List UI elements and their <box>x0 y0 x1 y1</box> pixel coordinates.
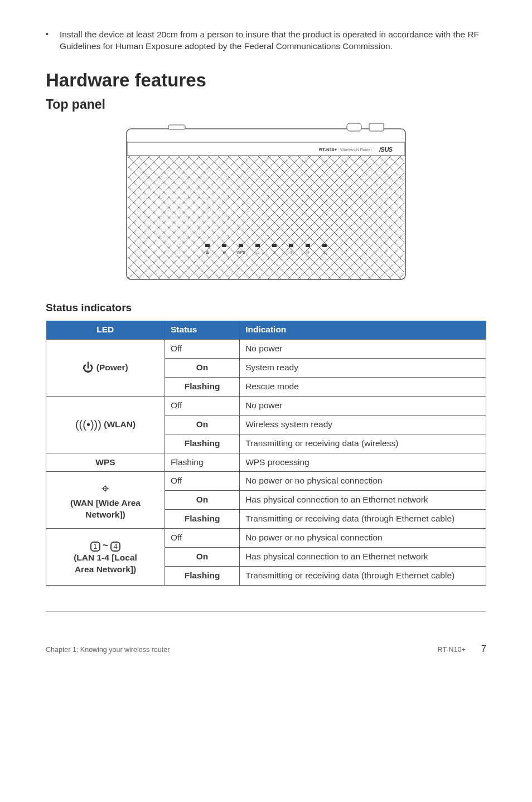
cell-indication: WPS processing <box>240 453 486 472</box>
led-power-cell: ⏻ (Power) <box>46 340 165 397</box>
led-wan-label-2: Network]) <box>85 510 125 519</box>
globe-icon: ⌖ <box>101 481 109 496</box>
cell-indication: System ready <box>240 358 486 377</box>
svg-rect-6 <box>128 156 404 279</box>
led-lan-label-1: (LAN 1-4 [Local <box>74 553 137 562</box>
table-row: (((•))) (WLAN) Off No power <box>46 396 486 415</box>
router-illustration: RT-N10+ Wireless N Router /SUS ⏻ ⟲ WPS ⬭… <box>124 122 408 284</box>
svg-text:/SUS: /SUS <box>379 146 393 153</box>
svg-text:WPS: WPS <box>236 250 245 254</box>
heading-status-indicators: Status indicators <box>46 301 486 315</box>
cell-status: Flashing <box>165 453 240 472</box>
svg-rect-21 <box>322 244 327 247</box>
led-lan-cell: 1 ~ 4 (LAN 1-4 [Local Area Network]) <box>46 529 165 586</box>
svg-rect-9 <box>222 244 226 247</box>
svg-text:⬭: ⬭ <box>256 250 259 254</box>
led-wlan-label: (WLAN) <box>104 419 136 428</box>
cell-indication: No power or no physical connection <box>240 472 486 491</box>
svg-rect-19 <box>306 244 310 247</box>
cell-status: Off <box>165 472 240 491</box>
page-footer: Chapter 1: Knowing your wireless router … <box>46 643 486 656</box>
cell-indication: Transmitting or receiving data (wireless… <box>240 434 486 453</box>
heading-hardware-features: Hardware features <box>46 68 486 93</box>
led-lan-label-2: Area Network]) <box>75 564 136 574</box>
svg-rect-15 <box>272 244 277 247</box>
svg-rect-2 <box>347 123 361 131</box>
lan-1-icon: 1 <box>90 542 100 552</box>
cell-indication: Rescue mode <box>240 377 486 396</box>
svg-rect-1 <box>168 125 185 129</box>
svg-rect-13 <box>255 244 260 247</box>
intro-text: Install the device at least 20cm from a … <box>60 29 486 52</box>
th-indication: Indication <box>240 321 486 339</box>
footer-rule <box>46 611 486 612</box>
cell-indication: No power <box>240 340 486 359</box>
led-wan-cell: ⌖ (WAN [Wide Area Network]) <box>46 472 165 529</box>
svg-text:⏻: ⏻ <box>206 250 210 254</box>
router-top-view-figure: RT-N10+ Wireless N Router /SUS ⏻ ⟲ WPS ⬭… <box>46 122 486 284</box>
cell-status: On <box>165 358 240 377</box>
th-led: LED <box>46 321 165 339</box>
cell-status: Off <box>165 340 240 359</box>
cell-status: Off <box>165 529 240 548</box>
cell-indication: No power or no physical connection <box>240 529 486 548</box>
svg-text:③: ③ <box>306 250 309 254</box>
wlan-antenna-icon: (((•))) <box>75 418 101 431</box>
led-wan-label-1: (WAN [Wide Area <box>70 498 141 508</box>
cell-indication: Wireless system ready <box>240 415 486 434</box>
cell-status: On <box>165 491 240 510</box>
bullet-dot-icon: • <box>46 29 49 52</box>
lan-4-icon: 4 <box>110 542 120 552</box>
cell-status: Flashing <box>165 510 240 529</box>
svg-rect-7 <box>205 244 210 247</box>
table-row: WPS Flashing WPS processing <box>46 453 486 472</box>
svg-text:①: ① <box>273 250 276 254</box>
led-wlan-cell: (((•))) (WLAN) <box>46 396 165 453</box>
th-status: Status <box>165 321 240 339</box>
cell-status: Flashing <box>165 434 240 453</box>
cell-indication: Transmitting or receiving data (through … <box>240 510 486 529</box>
svg-rect-3 <box>369 123 384 131</box>
footer-page-number: 7 <box>481 644 486 654</box>
cell-indication: No power <box>240 396 486 415</box>
footer-chapter: Chapter 1: Knowing your wireless router <box>46 645 170 655</box>
power-icon: ⏻ <box>83 361 94 374</box>
svg-text:④: ④ <box>323 250 326 254</box>
lan-port-icons: 1 ~ 4 <box>90 539 121 552</box>
table-row: ⌖ (WAN [Wide Area Network]) Off No power… <box>46 472 486 491</box>
cell-indication: Has physical connection to an Ethernet n… <box>240 491 486 510</box>
svg-text:⟲: ⟲ <box>223 250 226 254</box>
router-type-label: Wireless N Router <box>340 148 372 152</box>
svg-rect-17 <box>289 244 293 247</box>
table-row: 1 ~ 4 (LAN 1-4 [Local Area Network]) Off… <box>46 529 486 548</box>
cell-indication: Transmitting or receiving data (through … <box>240 567 486 586</box>
status-indicators-table: LED Status Indication ⏻ (Power) Off No p… <box>46 321 486 586</box>
cell-status: Flashing <box>165 567 240 586</box>
router-model-label: RT-N10+ <box>319 147 337 152</box>
cell-status: Off <box>165 396 240 415</box>
heading-top-panel: Top panel <box>46 96 486 113</box>
cell-status: On <box>165 415 240 434</box>
led-wps-cell: WPS <box>46 453 165 472</box>
footer-model: RT-N10+ <box>438 646 466 654</box>
cell-status: On <box>165 548 240 567</box>
led-power-label: (Power) <box>96 362 128 371</box>
intro-bullet: • Install the device at least 20cm from … <box>46 29 486 52</box>
cell-status: Flashing <box>165 377 240 396</box>
table-row: ⏻ (Power) Off No power <box>46 340 486 359</box>
svg-rect-11 <box>239 244 243 247</box>
svg-text:②: ② <box>289 250 293 254</box>
cell-indication: Has physical connection to an Ethernet n… <box>240 548 486 567</box>
